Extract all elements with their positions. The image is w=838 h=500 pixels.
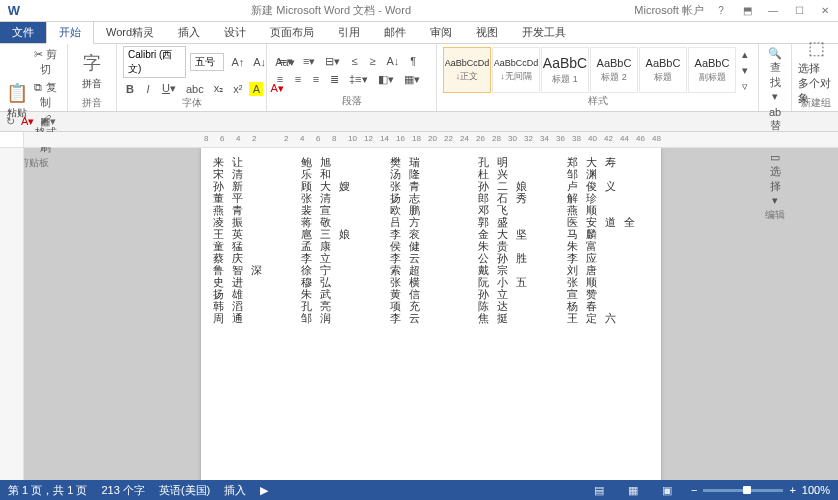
font-family-select[interactable]: Calibri (西文) bbox=[123, 46, 186, 78]
word-icon: W bbox=[0, 3, 28, 18]
italic-button[interactable]: I bbox=[141, 82, 155, 96]
group-paragraph: ≔▾ ≡▾ ⊟▾ ≤ ≥ A↓ ¶ ≡ ≡ ≡ ≣ ‡≡▾ ◧▾ ▦▾ 段落 bbox=[267, 44, 437, 111]
bullets-button[interactable]: ≔▾ bbox=[273, 54, 296, 69]
shading-button[interactable]: ◧▾ bbox=[375, 72, 397, 87]
ribbon-toggle-icon[interactable]: ⬒ bbox=[734, 5, 760, 16]
view-read-icon[interactable]: ▤ bbox=[589, 484, 609, 497]
status-page[interactable]: 第 1 页，共 1 页 bbox=[8, 483, 87, 498]
tab-10[interactable]: 开发工具 bbox=[510, 22, 578, 43]
tab-0[interactable]: 文件 bbox=[0, 22, 46, 43]
tab-2[interactable]: Word精灵 bbox=[94, 22, 166, 43]
bold-button[interactable]: B bbox=[123, 82, 137, 96]
page[interactable]: 来让宋清孙新董平燕青凌振王英童猛蔡庆鲁智深史进扬雄韩滔周通鲍旭乐和顾大嫂张清裴宣… bbox=[201, 148, 661, 488]
window-title: 新建 Microsoft Word 文档 - Word bbox=[28, 3, 634, 18]
tab-7[interactable]: 邮件 bbox=[372, 22, 418, 43]
zoom-out-icon[interactable]: − bbox=[691, 484, 697, 496]
indent-dec-button[interactable]: ≤ bbox=[347, 54, 361, 68]
status-mode[interactable]: 插入 bbox=[224, 483, 246, 498]
underline-button[interactable]: U▾ bbox=[159, 81, 179, 96]
status-lang[interactable]: 英语(美国) bbox=[159, 483, 210, 498]
line-spacing-button[interactable]: ‡≡▾ bbox=[346, 72, 371, 87]
zoom-control[interactable]: − + 100% bbox=[691, 484, 830, 496]
zoom-slider[interactable] bbox=[703, 489, 783, 492]
document-area: 来让宋清孙新董平燕青凌振王英童猛蔡庆鲁智深史进扬雄韩滔周通鲍旭乐和顾大嫂张清裴宣… bbox=[0, 148, 838, 488]
style-item[interactable]: AaBbC标题 bbox=[639, 47, 687, 93]
qat-refresh-icon[interactable]: ↻ bbox=[6, 115, 15, 128]
maximize-icon[interactable]: ☐ bbox=[786, 5, 812, 16]
style-item[interactable]: AaBbC标题 1 bbox=[541, 47, 589, 93]
zoom-in-icon[interactable]: + bbox=[789, 484, 795, 496]
text-column[interactable]: 来让宋清孙新董平燕青凌振王英童猛蔡庆鲁智深史进扬雄韩滔周通 bbox=[213, 156, 295, 324]
cut-button[interactable]: ✂ 剪切 bbox=[30, 46, 61, 78]
borders-button[interactable]: ▦▾ bbox=[401, 72, 423, 87]
tab-5[interactable]: 页面布局 bbox=[258, 22, 326, 43]
tab-8[interactable]: 审阅 bbox=[418, 22, 464, 43]
style-item[interactable]: AaBbC副标题 bbox=[688, 47, 736, 93]
font-size-select[interactable]: 五号 bbox=[190, 53, 224, 71]
multilevel-button[interactable]: ⊟▾ bbox=[322, 54, 343, 69]
select-objects-button[interactable]: ⬚选择多个对象 bbox=[798, 46, 834, 96]
group-styles: AaBbCcDd↓正文AaBbCcDd↓无间隔AaBbC标题 1AaBbC标题 … bbox=[437, 44, 759, 111]
view-web-icon[interactable]: ▣ bbox=[657, 484, 677, 497]
align-right-button[interactable]: ≡ bbox=[309, 72, 323, 86]
vertical-ruler[interactable] bbox=[0, 148, 24, 488]
copy-button[interactable]: ⧉ 复制 bbox=[30, 79, 61, 111]
justify-button[interactable]: ≣ bbox=[327, 72, 342, 87]
titlebar: W 新建 Microsoft Word 文档 - Word Microsoft … bbox=[0, 0, 838, 22]
pinyin-button[interactable]: 字拼音 bbox=[74, 46, 110, 96]
text-column[interactable]: 郑大寿邹渊卢俊义解珍燕顺医安道全马麟朱富李应刘唐张顺宣赞杨春王定六 bbox=[567, 156, 649, 324]
text-column[interactable]: 樊瑞汤隆张青扬志欧鹏吕方李衮侯健李云索超张横黄信项充李云 bbox=[390, 156, 472, 324]
account-label[interactable]: Microsoft 帐户 bbox=[634, 3, 704, 18]
ribbon: 📋粘贴 ✂ 剪切 ⧉ 复制 🖌 格式刷 剪贴板 字拼音 拼音 Calibri (… bbox=[0, 44, 838, 112]
align-left-button[interactable]: ≡ bbox=[273, 72, 287, 86]
tab-4[interactable]: 设计 bbox=[212, 22, 258, 43]
close-icon[interactable]: ✕ bbox=[812, 5, 838, 16]
text-column[interactable]: 孔明杜兴孙二娘郎石秀邓飞郭盛金大坚朱贵公孙胜戴宗阮小五孙立陈达焦挺 bbox=[478, 156, 560, 324]
text-column[interactable]: 鲍旭乐和顾大嫂张清裴宣蒋敬扈三娘孟康李立徐宁穆弘朱武孔亮邹润 bbox=[301, 156, 383, 324]
tab-6[interactable]: 引用 bbox=[326, 22, 372, 43]
style-item[interactable]: AaBbC标题 2 bbox=[590, 47, 638, 93]
superscript-button[interactable]: x² bbox=[230, 82, 245, 96]
status-words[interactable]: 213 个字 bbox=[101, 483, 144, 498]
style-item[interactable]: AaBbCcDd↓正文 bbox=[443, 47, 491, 93]
quick-access-bar: ↻ A▾ ▦▾ bbox=[0, 112, 838, 132]
qat-border-icon[interactable]: ▦▾ bbox=[40, 115, 56, 128]
tab-9[interactable]: 视图 bbox=[464, 22, 510, 43]
qat-color-icon[interactable]: A▾ bbox=[21, 115, 34, 128]
status-macro-icon[interactable]: ▶ bbox=[260, 484, 268, 497]
subscript-button[interactable]: x₂ bbox=[211, 81, 227, 96]
strike-button[interactable]: abc bbox=[183, 82, 207, 96]
sort-button[interactable]: A↓ bbox=[383, 54, 402, 68]
find-button[interactable]: 🔍 查找▾ bbox=[765, 46, 785, 104]
ruler[interactable]: 8642246810121416182022242628303234363840… bbox=[0, 132, 838, 148]
help-icon[interactable]: ? bbox=[708, 5, 734, 16]
shrink-font-button[interactable]: A↓ bbox=[250, 55, 268, 69]
group-clipboard: 📋粘贴 ✂ 剪切 ⧉ 复制 🖌 格式刷 剪贴板 bbox=[0, 44, 68, 111]
grow-font-button[interactable]: A↑ bbox=[228, 55, 246, 69]
zoom-value[interactable]: 100% bbox=[802, 484, 830, 496]
view-print-icon[interactable]: ▦ bbox=[623, 484, 643, 497]
styles-expand[interactable]: ▴▾▿ bbox=[738, 47, 752, 94]
group-newgroup: ⬚选择多个对象 新建组 bbox=[792, 44, 838, 111]
tab-3[interactable]: 插入 bbox=[166, 22, 212, 43]
group-editing: 🔍 查找▾ ab 替换 ▭ 选择▾ 编辑 bbox=[759, 44, 792, 111]
indent-inc-button[interactable]: ≥ bbox=[365, 54, 379, 68]
ribbon-tabs: 文件开始Word精灵插入设计页面布局引用邮件审阅视图开发工具 bbox=[0, 22, 838, 44]
numbering-button[interactable]: ≡▾ bbox=[300, 54, 318, 69]
minimize-icon[interactable]: — bbox=[760, 5, 786, 16]
window-controls: ? ⬒ — ☐ ✕ bbox=[708, 5, 838, 16]
highlight-button[interactable]: A bbox=[249, 82, 263, 96]
style-item[interactable]: AaBbCcDd↓无间隔 bbox=[492, 47, 540, 93]
tab-1[interactable]: 开始 bbox=[46, 21, 94, 44]
align-center-button[interactable]: ≡ bbox=[291, 72, 305, 86]
document-content[interactable]: 来让宋清孙新董平燕青凌振王英童猛蔡庆鲁智深史进扬雄韩滔周通鲍旭乐和顾大嫂张清裴宣… bbox=[213, 156, 649, 324]
show-marks-button[interactable]: ¶ bbox=[406, 54, 420, 68]
statusbar: 第 1 页，共 1 页 213 个字 英语(美国) 插入 ▶ ▤ ▦ ▣ − +… bbox=[0, 480, 838, 500]
group-font: Calibri (西文) 五号 A↑ A↓ Aa▾ B I U▾ abc x₂ … bbox=[117, 44, 267, 111]
group-pinyin: 字拼音 拼音 bbox=[68, 44, 117, 111]
